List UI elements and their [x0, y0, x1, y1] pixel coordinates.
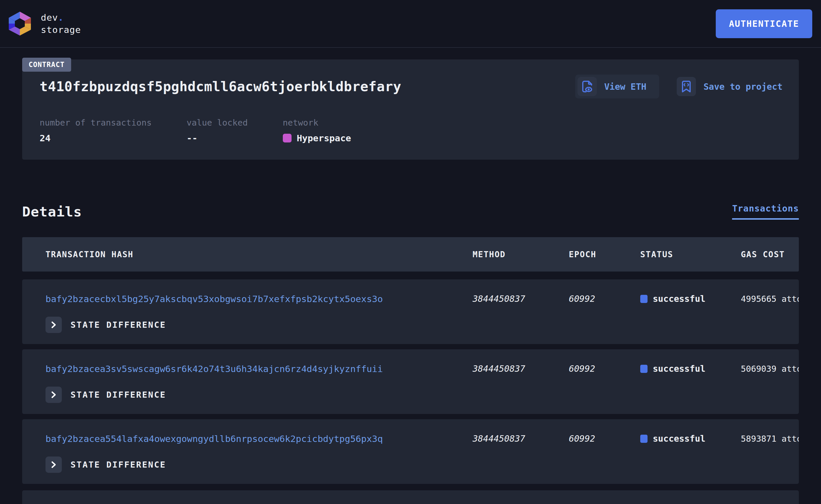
status-success-swatch — [640, 435, 648, 443]
authenticate-button[interactable]: AUTHENTICATE — [716, 9, 812, 38]
state-difference-toggle[interactable]: STATE DIFFERENCE — [45, 317, 473, 333]
view-eth-button[interactable]: View ETH — [575, 75, 660, 98]
contract-stats: number of transactions 24 value locked -… — [40, 118, 783, 143]
transaction-row: bafy2bzacecbxl5bg25y7akscbqv53xobgwsoi7b… — [22, 279, 799, 344]
method-cell: 3844450837 — [473, 294, 569, 304]
column-status: STATUS — [640, 250, 741, 259]
status-success-swatch — [640, 295, 648, 303]
network-color-swatch — [283, 134, 292, 142]
transaction-hash-link[interactable]: bafy2bzacea3sv5swscagw6sr6k42o74t3u6h34k… — [45, 364, 473, 374]
gas-cost-cell: 5893871 atto — [741, 434, 799, 444]
brand-line2: storage — [41, 24, 81, 36]
status-cell: successful — [640, 364, 741, 374]
column-method: METHOD — [473, 250, 569, 259]
details-title: Details — [22, 204, 82, 220]
status-text: successful — [653, 294, 706, 304]
stat-label: network — [283, 118, 351, 128]
contract-address-row: t410fzbpuzdqsf5pghdcmll6acw6tjoerbkldbre… — [40, 77, 783, 96]
document-eye-icon — [577, 77, 597, 96]
epoch-cell: 60992 — [569, 433, 640, 444]
chevron-right-icon — [45, 457, 62, 473]
contract-card: CONTRACT t410fzbpuzdqsf5pghdcmll6acw6tjo… — [22, 59, 799, 160]
status-success-swatch — [640, 365, 648, 373]
status-text: successful — [653, 364, 706, 374]
status-text: successful — [653, 433, 706, 444]
brand-line1: dev — [41, 12, 58, 23]
bookmark-code-icon — [677, 77, 696, 96]
network-name: Hyperspace — [297, 133, 351, 143]
tab-transactions[interactable]: Transactions — [732, 203, 799, 220]
column-transaction-hash: TRANSACTION HASH — [45, 250, 473, 259]
top-nav: dev. storage AUTHENTICATE — [0, 0, 821, 48]
status-cell: successful — [640, 433, 741, 444]
column-gas-cost: GAS COST — [741, 250, 799, 259]
state-difference-toggle[interactable]: STATE DIFFERENCE — [45, 457, 473, 473]
epoch-cell: 60992 — [569, 294, 640, 304]
contract-badge: CONTRACT — [22, 58, 71, 72]
hexagon-logo-icon — [9, 12, 31, 36]
transaction-row-partial — [22, 490, 799, 504]
transaction-list: bafy2bzacecbxl5bg25y7akscbqv53xobgwsoi7b… — [22, 279, 799, 504]
stat-value: -- — [186, 133, 248, 143]
brand-logo[interactable]: dev. storage — [9, 11, 81, 36]
stat-value: 24 — [40, 133, 151, 143]
gas-cost-cell: 4995665 atto — [741, 294, 799, 304]
stat-value-locked: value locked -- — [186, 118, 248, 143]
stat-number-of-transactions: number of transactions 24 — [40, 118, 151, 143]
stat-label: value locked — [186, 118, 248, 128]
epoch-cell: 60992 — [569, 364, 640, 374]
transaction-hash-link[interactable]: bafy2bzacea554lafxa4owexgowngydllb6nrpso… — [45, 433, 473, 444]
brand-dot: . — [58, 12, 64, 23]
method-cell: 3844450837 — [473, 433, 569, 444]
view-eth-label: View ETH — [604, 82, 647, 92]
stat-network: network Hyperspace — [283, 118, 351, 143]
brand-name: dev. storage — [41, 11, 81, 36]
state-difference-toggle[interactable]: STATE DIFFERENCE — [45, 387, 473, 403]
state-difference-label: STATE DIFFERENCE — [70, 460, 166, 470]
main-content: CONTRACT t410fzbpuzdqsf5pghdcmll6acw6tjo… — [0, 59, 821, 504]
status-cell: successful — [640, 294, 741, 304]
stat-label: number of transactions — [40, 118, 151, 128]
chevron-right-icon — [45, 387, 62, 403]
state-difference-label: STATE DIFFERENCE — [70, 390, 166, 400]
contract-address: t410fzbpuzdqsf5pghdcmll6acw6tjoerbkldbre… — [40, 79, 401, 94]
chevron-right-icon — [45, 317, 62, 333]
table-header: TRANSACTION HASH METHOD EPOCH STATUS GAS… — [22, 237, 799, 272]
transaction-row: bafy2bzacea3sv5swscagw6sr6k42o74t3u6h34k… — [22, 349, 799, 414]
column-epoch: EPOCH — [569, 250, 640, 259]
method-cell: 3844450837 — [473, 364, 569, 374]
gas-cost-cell: 5069039 atto — [741, 364, 799, 374]
save-to-project-button[interactable]: Save to project — [677, 77, 783, 96]
details-header: Details Transactions — [22, 203, 799, 220]
contract-actions: View ETH Save to project — [575, 77, 783, 96]
save-to-project-label: Save to project — [704, 82, 783, 92]
transaction-row: bafy2bzacea554lafxa4owexgowngydllb6nrpso… — [22, 419, 799, 484]
transaction-hash-link[interactable]: bafy2bzacecbxl5bg25y7akscbqv53xobgwsoi7b… — [45, 294, 473, 304]
page: dev. storage AUTHENTICATE CONTRACT t410f… — [0, 0, 821, 504]
state-difference-label: STATE DIFFERENCE — [70, 320, 166, 330]
